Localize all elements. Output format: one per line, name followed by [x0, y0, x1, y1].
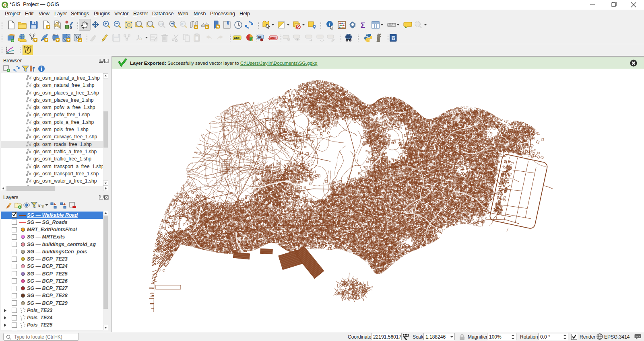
svg-text:Σ: Σ — [361, 21, 365, 29]
svg-text:1:1: 1:1 — [159, 23, 163, 25]
svg-text:fx: fx — [139, 37, 143, 41]
svg-text:ab: ab — [258, 35, 262, 38]
svg-text:abc: abc — [234, 36, 240, 40]
svg-text:a: a — [70, 25, 72, 29]
svg-text:ε: ε — [38, 202, 41, 208]
svg-text:abc: abc — [270, 36, 276, 40]
svg-text:?: ? — [392, 36, 395, 40]
